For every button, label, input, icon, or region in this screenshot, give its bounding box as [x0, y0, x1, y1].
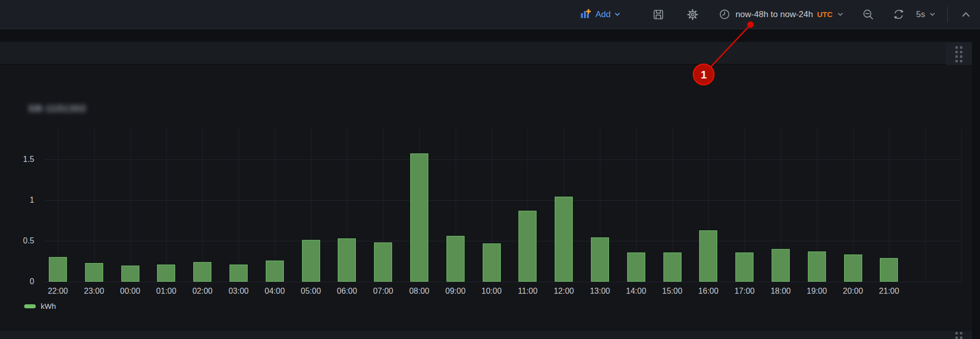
bar-09:00[interactable] — [446, 236, 465, 282]
grid-line-y — [44, 241, 961, 241]
panel-drag-handle[interactable] — [946, 332, 972, 339]
bar-02:00[interactable] — [193, 262, 211, 282]
x-axis-tick-label: 16:00 — [689, 287, 727, 296]
panel-title-blurred: SB-1151302 — [28, 103, 87, 116]
y-axis-tick-label: 1 — [0, 196, 34, 204]
bar-17:00[interactable] — [735, 252, 753, 282]
x-axis-tick-label: 10:00 — [473, 287, 511, 296]
grid-line-x — [275, 128, 275, 282]
x-axis-tick-label: 12:00 — [545, 287, 583, 296]
grid-line-x — [239, 128, 239, 282]
grid-line-y — [44, 159, 961, 160]
bar-08:00[interactable] — [410, 153, 428, 282]
x-axis-tick-label: 23:00 — [75, 287, 113, 296]
x-axis-tick-label: 14:00 — [617, 287, 655, 296]
save-icon — [652, 9, 664, 21]
next-panel-band — [0, 331, 972, 339]
legend-series-marker — [24, 304, 36, 308]
grip-dots-icon — [955, 46, 962, 62]
bar-20:00[interactable] — [844, 255, 862, 282]
grid-line-x — [166, 128, 167, 282]
bar-22:00[interactable] — [49, 257, 67, 282]
bar-15:00[interactable] — [663, 252, 682, 282]
chevron-down-icon — [837, 11, 844, 18]
grid-line-x — [202, 128, 203, 282]
x-axis-tick-label: 01:00 — [147, 287, 185, 296]
x-axis-tick-label: 05:00 — [292, 287, 330, 296]
grip-dots-icon — [955, 332, 962, 339]
bar-00:00[interactable] — [121, 266, 139, 282]
bar-01:00[interactable] — [157, 265, 175, 282]
bar-10:00[interactable] — [483, 243, 501, 282]
grid-line-y — [44, 200, 961, 201]
x-axis-tick-label: 02:00 — [183, 287, 221, 296]
bar-21:00[interactable] — [880, 258, 898, 282]
chevron-up-icon — [960, 9, 972, 21]
chevron-down-icon — [614, 11, 621, 18]
x-axis-tick-label: 22:00 — [39, 287, 77, 296]
toolbar-divider — [947, 7, 948, 22]
x-axis-tick-label: 11:00 — [508, 287, 547, 296]
x-axis-tick-label: 03:00 — [219, 287, 258, 296]
bar-06:00[interactable] — [338, 238, 356, 282]
gear-icon — [687, 9, 699, 21]
legend-item-kwh[interactable]: kWh — [24, 302, 56, 310]
x-axis-tick-label: 07:00 — [364, 287, 402, 296]
bar-13:00[interactable] — [591, 237, 609, 282]
add-button[interactable]: Add — [579, 9, 621, 21]
zoom-out-icon — [862, 9, 874, 21]
refresh-interval-label: 5s — [916, 10, 925, 20]
grid-line-y — [44, 282, 961, 282]
grid-line-x — [925, 128, 926, 282]
x-axis-tick-label: 06:00 — [328, 287, 366, 296]
zoom-out-time-range-button[interactable] — [862, 9, 874, 21]
x-axis-tick-label: 08:00 — [400, 287, 438, 296]
x-axis-tick-label: 19:00 — [798, 287, 836, 296]
x-axis-tick-label: 04:00 — [256, 287, 294, 296]
bar-chart-plot-area[interactable] — [44, 128, 961, 282]
save-dashboard-button[interactable] — [652, 9, 664, 21]
bar-19:00[interactable] — [808, 251, 826, 282]
refresh-controls[interactable]: 5s — [892, 8, 936, 21]
bar-12:00[interactable] — [555, 197, 573, 282]
x-axis-tick-label: 00:00 — [111, 287, 149, 296]
bar-18:00[interactable] — [772, 249, 790, 282]
grid-line-x — [94, 128, 95, 282]
collapse-toolbar-button[interactable] — [960, 9, 972, 21]
x-axis-tick-label: 09:00 — [436, 287, 475, 296]
refresh-icon[interactable] — [892, 8, 905, 21]
y-axis-tick-label: 0 — [0, 278, 34, 286]
dashboard-settings-button[interactable] — [687, 9, 699, 21]
bar-11:00[interactable] — [518, 211, 537, 282]
clock-icon — [719, 9, 730, 20]
time-range-label: now-48h to now-24h — [735, 10, 813, 20]
bar-05:00[interactable] — [302, 240, 320, 282]
y-axis-tick-label: 1.5 — [0, 155, 34, 163]
bar-04:00[interactable] — [266, 261, 284, 282]
bar-14:00[interactable] — [627, 252, 645, 282]
bar-03:00[interactable] — [230, 265, 248, 282]
x-axis-tick-label: 15:00 — [653, 287, 692, 296]
bar-16:00[interactable] — [699, 230, 717, 282]
dashboard-toolbar: Add now-48h to now-24h UTC — [0, 0, 980, 29]
add-button-label: Add — [595, 10, 611, 20]
x-axis-tick-label: 20:00 — [834, 287, 872, 296]
timezone-label: UTC — [817, 10, 833, 19]
panel-drag-handle[interactable] — [946, 43, 972, 66]
grid-line-x — [130, 128, 131, 282]
y-axis-tick-label: 0.5 — [0, 237, 34, 245]
chevron-down-icon[interactable] — [929, 11, 936, 18]
bar-07:00[interactable] — [374, 242, 392, 282]
x-axis-tick-label: 13:00 — [581, 287, 619, 296]
legend-series-label: kWh — [41, 302, 56, 310]
panel-header-band — [0, 42, 972, 64]
time-range-picker[interactable]: now-48h to now-24h UTC — [719, 9, 844, 20]
x-axis-tick-label: 18:00 — [762, 287, 800, 296]
x-axis-tick-label: 17:00 — [725, 287, 764, 296]
timeseries-panel[interactable]: SB-1151302 00.511.5 22:0023:0000:0001:00… — [0, 65, 972, 331]
grid-line-x — [961, 128, 962, 282]
x-axis-tick-label: 21:00 — [870, 287, 908, 296]
graph-bar-plus-icon — [579, 9, 591, 21]
bar-23:00[interactable] — [85, 263, 103, 282]
